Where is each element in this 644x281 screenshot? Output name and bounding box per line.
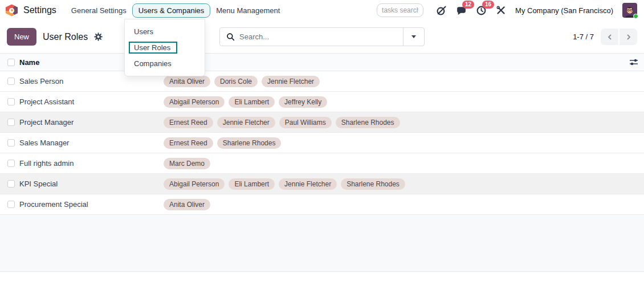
user-tag: Sharlene Rhodes [336,117,400,128]
table-body: Sales Person Anita OliverDoris ColeJenni… [0,71,644,215]
row-checkbox[interactable] [7,119,15,126]
company-switcher[interactable]: My Company (San Francisco) [515,6,613,15]
circle-slash-icon[interactable] [436,5,447,16]
user-tag: Marc Demo [164,158,210,169]
user-tag: Abigail Peterson [164,178,225,190]
role-name: Procurement Special [19,200,164,209]
clock-icon[interactable]: 16 [476,5,487,16]
table-row[interactable]: Procurement Special Anita Oliver [0,194,644,215]
user-tag: Abigail Peterson [164,96,225,108]
user-tags: Anita Oliver [164,199,644,210]
page-title: User Roles [43,32,88,42]
table-row[interactable]: Project Manager Ernest ReedJennie Fletch… [0,112,644,133]
user-tag: Anita Oliver [164,76,210,87]
nav-item-general-settings[interactable]: General Settings [66,3,132,18]
user-tag: Jennie Fletcher [279,178,337,190]
role-name: Full rights admin [19,159,164,168]
role-name: Sales Manager [19,139,164,147]
dropdown-item-companies[interactable]: Companies [125,56,205,71]
chevron-right-icon [625,34,632,40]
search-options-toggle[interactable] [403,28,424,46]
control-panel: New User Roles 1-7 [0,21,644,53]
tools-icon[interactable] [496,5,506,15]
user-tag: Jennie Fletcher [262,76,320,87]
search-input[interactable] [235,32,403,41]
user-tags: Anita OliverDoris ColeJennie Fletcher [164,76,644,87]
table-row[interactable]: Sales Manager Ernest ReedSharlene Rhodes [0,133,644,153]
row-checkbox[interactable] [7,98,15,105]
content-background [0,215,644,272]
row-checkbox[interactable] [7,139,15,146]
table-row[interactable]: Project Assistant Abigail PetersonEli La… [0,92,644,112]
activities-badge: 16 [482,1,494,9]
user-tags: Abigail PetersonEli LambertJeffrey Kelly [164,96,644,108]
row-checkbox[interactable] [7,201,15,208]
user-tag: Anita Oliver [164,199,210,210]
user-tags: Ernest ReedJennie FletcherPaul WilliamsS… [164,117,644,128]
user-tag: Ernest Reed [164,117,213,128]
user-tag: Eli Lambert [229,178,275,190]
user-tags: Marc Demo [164,158,644,169]
row-checkbox[interactable] [7,160,15,167]
user-tag: Sharlene Rhodes [341,178,405,190]
users-companies-dropdown: Users User Roles Companies [124,19,205,76]
row-checkbox[interactable] [7,78,15,85]
user-tag: Jeffrey Kelly [279,96,327,108]
search-icon [226,32,235,41]
role-name: Sales Person [19,77,164,85]
role-name: KPI Special [19,180,164,188]
tasks-search-input[interactable] [377,3,423,17]
optional-columns-icon[interactable] [629,58,638,67]
gear-icon[interactable] [94,32,103,41]
nav-item-menu-management[interactable]: Menu Management [210,3,286,18]
highlight-box[interactable]: User Roles [129,42,177,54]
chevron-left-icon [606,34,613,40]
user-tags: Ernest ReedSharlene Rhodes [164,137,644,149]
list-view: Name Sales Person Anita OliverDoris Cole… [0,53,644,215]
chat-bubble-icon[interactable]: 12 [456,5,467,16]
pager-previous-button[interactable] [601,28,618,45]
user-tag: Jennie Fletcher [217,117,275,128]
odoo-settings-logo[interactable] [6,5,18,17]
messages-badge: 12 [462,1,474,9]
online-status-dot [633,14,638,19]
nav-item-users-companies[interactable]: Users & Companies [132,3,211,18]
table-row[interactable]: Full rights admin Marc Demo [0,153,644,174]
dropdown-item-users[interactable]: Users [125,25,205,39]
pager-range[interactable]: 1-7 / 7 [573,32,594,41]
table-row[interactable]: KPI Special Abigail PetersonEli LambertJ… [0,174,644,194]
user-avatar[interactable] [622,3,637,18]
caret-down-icon [411,35,416,38]
select-all-checkbox[interactable] [7,59,15,66]
new-button[interactable]: New [7,28,36,46]
role-name: Project Manager [19,118,164,127]
search-bar [219,27,425,46]
table-row[interactable]: Sales Person Anita OliverDoris ColeJenni… [0,71,644,92]
user-tag: Sharlene Rhodes [217,137,282,149]
app-name[interactable]: Settings [23,5,56,15]
top-navbar: Settings General Settings Users & Compan… [0,0,644,21]
user-tag: Ernest Reed [164,137,213,149]
systray: 12 16 My Company (San Francisco) [377,3,637,18]
pager-next-button[interactable] [619,28,637,45]
user-tags: Abigail PetersonEli LambertJennie Fletch… [164,178,644,190]
role-name: Project Assistant [19,97,164,106]
bottom-strip [0,272,644,281]
user-tag: Eli Lambert [229,96,275,108]
table-header-row: Name [0,53,644,71]
user-tag: Doris Cole [214,76,258,87]
user-tag: Paul Williams [279,117,332,128]
row-checkbox[interactable] [7,180,15,188]
dropdown-item-user-roles[interactable]: User Roles [125,39,205,56]
